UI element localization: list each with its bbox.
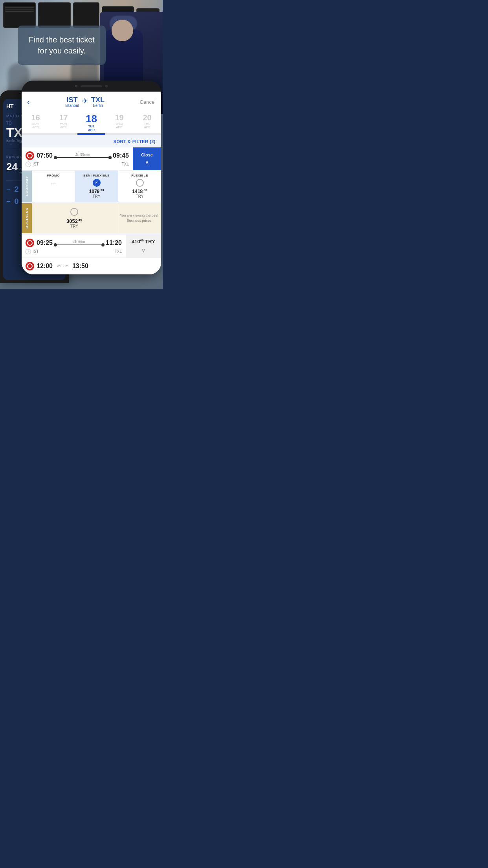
background-scene: Find the best ticket for you easily. HT … [0, 0, 163, 289]
dest-airport-2: TXL [115, 249, 122, 254]
flight-row-1: 07:50 2h 55min 09:45 [22, 147, 161, 171]
economy-text: ECONOMY [25, 176, 29, 196]
close-label[interactable]: Close [141, 153, 153, 157]
phone-notch [22, 81, 161, 92]
dest-city: Berlin [91, 103, 105, 108]
airline-logo-2 [26, 239, 34, 247]
arrive-time-2: 11:20 [106, 239, 122, 246]
date-indicator [22, 133, 161, 135]
business-radio[interactable] [70, 208, 78, 216]
duration-1: 2h 55min [75, 153, 90, 156]
bg-phone-ht: HT [6, 103, 14, 109]
origin-airport-2: IST [33, 249, 39, 254]
pax2-minus[interactable]: − [6, 197, 11, 206]
date-18-active[interactable]: 18 TUE APR [77, 112, 105, 133]
date-selector: 16 SUN APR 17 MON APR 18 TUE APR [22, 110, 161, 133]
date-17[interactable]: 17 MON APR [50, 112, 77, 133]
semi-flexible-price: 1079.33 [77, 188, 116, 194]
business-fare-row: BUSINESS 3052.19 TRY You are viewing the… [22, 203, 161, 235]
date-19[interactable]: 19 WED APR [105, 112, 133, 133]
flexible-currency: TRY [120, 194, 160, 199]
business-price-col[interactable]: 3052.19 TRY [32, 203, 117, 233]
depart-time-2: 09:25 [37, 239, 53, 246]
semi-flexible-radio[interactable]: ✓ [93, 179, 101, 187]
flexible-price: 1418.33 [120, 188, 160, 194]
sort-filter-text[interactable]: SORT & FILTER (2) [114, 139, 156, 144]
plane-icon: ✈ [82, 97, 88, 105]
duration-2: 2h 55m [73, 240, 85, 244]
business-note-text: You are viewing the best Business prices [119, 213, 159, 223]
airline-logo-3 [26, 262, 34, 270]
dest-code: TXL [91, 96, 105, 103]
business-text: BUSINESS [25, 208, 29, 228]
flexible-radio[interactable] [136, 179, 144, 187]
business-note-col: You are viewing the best Business prices [117, 203, 161, 233]
business-label: BUSINESS [22, 203, 32, 233]
hero-text-box: Find the best ticket for you easily. [18, 26, 106, 65]
date-16[interactable]: 16 SUN APR [22, 112, 50, 133]
dest-airport-1: TXL [122, 162, 129, 166]
main-phone: ‹ IST Istanbul ✈ TXL Berlin Cancel [22, 81, 161, 274]
business-currency: TRY [70, 224, 78, 228]
flexible-header: FLEXIBLE [120, 174, 160, 177]
promo-header: PROMO [33, 174, 73, 177]
business-price-display: 3052.19 [66, 218, 82, 224]
pax2-count: 0 [15, 197, 19, 206]
depart-time-3-partial: 12:00 [37, 263, 53, 270]
close-button[interactable]: Close ∧ [133, 147, 161, 170]
semi-flexible-currency: TRY [77, 194, 116, 199]
bg-phone-return-day: 24 [6, 161, 18, 173]
info-icon-2: i [26, 249, 31, 254]
sort-filter-bar[interactable]: SORT & FILTER (2) [22, 135, 161, 147]
arrive-time-3-partial: 13:50 [72, 263, 88, 270]
chevron-up-icon: ∧ [145, 159, 149, 165]
date-20[interactable]: 20 THU APR [133, 112, 161, 133]
hero-title: Find the best ticket for you easily. [25, 34, 99, 56]
depart-time-1: 07:50 [37, 152, 53, 159]
origin-city: Istanbul [65, 103, 79, 108]
back-button[interactable]: ‹ [27, 97, 30, 107]
info-icon-1: i [26, 162, 31, 167]
semi-flexible-header: SEMI FLEXIBLE [77, 174, 116, 177]
flight-row-2: 09:25 2h 55m 11:20 [22, 235, 161, 258]
flight-header: ‹ IST Istanbul ✈ TXL Berlin Cancel [22, 92, 161, 110]
fare-col-promo[interactable]: PROMO --- [32, 171, 75, 202]
pax1-count: 2 [15, 185, 19, 194]
promo-dash: --- [33, 180, 73, 186]
flight-2-price: 41060 TRY [132, 239, 155, 245]
fare-col-flexible[interactable]: FLEXIBLE 1418.33 TRY [118, 171, 161, 202]
origin-code: IST [65, 96, 79, 103]
duration-3-partial: 2h 50m [57, 264, 68, 268]
arrive-time-1: 09:45 [113, 152, 129, 159]
fare-col-semi-flexible[interactable]: SEMI FLEXIBLE ✓ 1079.33 TRY [75, 171, 118, 202]
economy-label: ECONOMY [22, 171, 32, 202]
cancel-button[interactable]: Cancel [140, 99, 156, 105]
airline-logo-1 [26, 151, 34, 160]
origin-airport-1: IST [33, 162, 39, 166]
phone-screen: ‹ IST Istanbul ✈ TXL Berlin Cancel [22, 92, 161, 274]
chevron-down-icon[interactable]: ∨ [141, 247, 145, 254]
pax1-minus[interactable]: − [6, 185, 11, 193]
fare-table: ECONOMY PROMO --- SEMI FLEXIBLE ✓ 1079.3… [22, 171, 161, 203]
flight-row-3-partial: 12:00 2h 50m 13:50 [22, 258, 161, 274]
